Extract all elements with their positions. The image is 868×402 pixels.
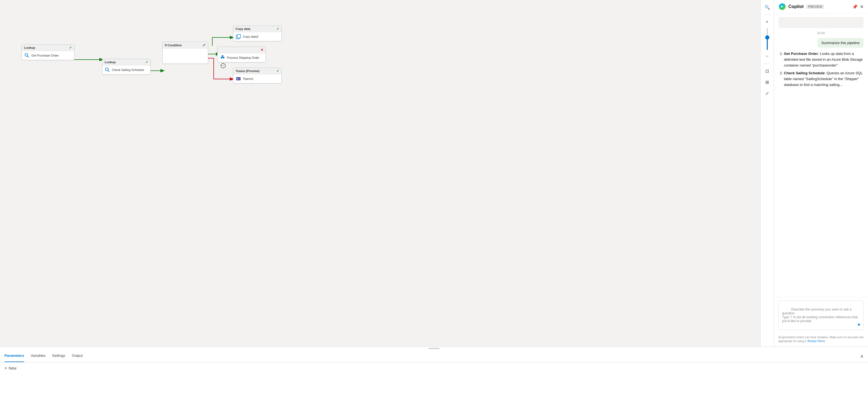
zoom-in-icon: + — [766, 20, 768, 24]
check-icon-copy: ✓ — [276, 27, 279, 31]
plus-icon: + — [4, 366, 7, 371]
copilot-header: ✦ Copilot PREVIEW 📌 ✕ — [774, 0, 868, 13]
check-icon-1: ✓ — [69, 46, 72, 49]
process-icon — [220, 55, 225, 61]
node-header-teams: Teams (Preview) ✓ — [234, 68, 281, 74]
zoom-in-button[interactable]: + — [762, 17, 772, 27]
copilot-input-box[interactable]: Describe the summary you want or ask a q… — [778, 301, 864, 330]
node-header-if: If Condition ⤢ — [163, 42, 208, 48]
previous-message-placeholder — [778, 17, 864, 28]
assistant-list-item-2: Check Sailing Schedule: Queries an Azure… — [784, 70, 864, 88]
add-branch-button[interactable]: + — [221, 63, 226, 68]
zoom-out-icon: − — [766, 54, 768, 59]
message-timestamp: 22:50 — [778, 31, 864, 35]
zoom-slider[interactable] — [767, 28, 768, 50]
copilot-input-wrapper: Describe the summary you want or ask a q… — [778, 301, 864, 330]
copilot-title: Copilot — [788, 4, 804, 9]
assistant-message: Get Purchase Order: Looks up data from a… — [778, 51, 864, 90]
bottom-panel-content: + New — [0, 362, 868, 402]
review-terms-link[interactable]: Review Terms — [807, 340, 825, 343]
pin-button[interactable]: 📌 — [852, 4, 858, 9]
node-header-copy: Copy data ✓ — [234, 26, 281, 32]
collapse-panel-button[interactable]: ∧ — [860, 354, 864, 359]
expand-icon[interactable]: ⤢ — [203, 43, 206, 47]
fit-icon: ⊡ — [765, 68, 769, 74]
copilot-logo: ✦ — [778, 3, 786, 10]
fit-button[interactable]: ⊡ — [762, 66, 772, 76]
tab-variables[interactable]: Variables — [31, 350, 45, 362]
teams-icon: T — [236, 76, 241, 81]
svg-rect-11 — [237, 34, 241, 38]
canvas-toolbar: 🔍 + − ⊡ ⊞ ⤢ — [760, 0, 774, 346]
svg-text:T: T — [237, 78, 238, 80]
node-teams[interactable]: Teams (Preview) ✓ T Teams1 — [233, 68, 282, 83]
connections-svg — [0, 0, 774, 346]
node-header-process: ✕ — [218, 47, 266, 53]
node-body-lookup1: Get Purchase Order — [22, 51, 74, 60]
x-icon: ✕ — [260, 48, 264, 52]
node-body-process: Process Shipping Order — [218, 53, 266, 62]
svg-point-0 — [25, 54, 28, 56]
node-body-lookup2: Check Sailing Schedule — [102, 65, 150, 74]
copilot-panel: ✦ Copilot PREVIEW 📌 ✕ 22:50 Summarize th… — [774, 0, 868, 346]
grid-icon: ⊞ — [765, 79, 769, 85]
copilot-preview-badge: PREVIEW — [806, 4, 824, 9]
expand-canvas-button[interactable]: ⤢ — [762, 88, 772, 98]
copy-icon — [236, 34, 241, 39]
node-copy-data[interactable]: Copy data ✓ Copy data2 — [233, 26, 282, 41]
close-icon: ✕ — [860, 4, 864, 9]
bottom-panel-tabs: Parameters Variables Settings Output ∧ — [0, 350, 868, 362]
node-check-sailing-schedule[interactable]: Lookup ✓ Check Sailing Schedule — [102, 59, 151, 75]
copilot-header-actions: 📌 ✕ — [852, 4, 864, 9]
node-body-if — [163, 48, 208, 62]
zoom-out-button[interactable]: − — [762, 51, 772, 61]
copilot-input-area: Describe the summary you want or ask a q… — [774, 297, 868, 333]
item2-title: Check Sailing Schedule — [784, 71, 825, 75]
node-body-teams: T Teams1 — [234, 74, 281, 83]
node-body-copy: Copy data2 — [234, 32, 281, 41]
toolbar-divider-1 — [764, 14, 771, 15]
expand-icon: ⤢ — [765, 91, 769, 96]
send-button[interactable]: ➤ — [857, 322, 861, 327]
node-header-lookup2: Lookup ✓ — [102, 59, 150, 65]
copilot-messages: 22:50 Summarize this pipeline Get Purcha… — [774, 13, 868, 297]
drag-handle[interactable] — [0, 347, 868, 350]
copilot-footer: AI-generated content can have mistakes. … — [774, 333, 868, 346]
svg-text:✦: ✦ — [780, 5, 783, 9]
check-icon-teams: ✓ — [276, 69, 279, 73]
lookup-icon-2 — [104, 67, 110, 73]
send-icon: ➤ — [857, 322, 861, 327]
node-if-condition[interactable]: If Condition ⤢ — [162, 42, 208, 64]
pipeline-canvas[interactable]: Lookup ✓ Get Purchase Order Lookup ✓ — [0, 0, 774, 346]
pin-icon: 📌 — [852, 4, 858, 9]
new-parameter-button[interactable]: + New — [4, 366, 17, 371]
node-get-purchase-order[interactable]: Lookup ✓ Get Purchase Order — [22, 44, 74, 60]
zoom-slider-container — [767, 28, 768, 50]
drag-handle-bar — [429, 348, 439, 349]
tab-parameters[interactable]: Parameters — [4, 350, 24, 362]
user-message: Summarize this pipeline — [817, 38, 864, 48]
lookup-icon-1 — [24, 53, 30, 58]
tab-output[interactable]: Output — [72, 350, 83, 362]
node-header-lookup1: Lookup ✓ — [22, 45, 74, 51]
grid-button[interactable]: ⊞ — [762, 77, 772, 87]
search-icon: 🔍 — [765, 5, 770, 10]
svg-line-1 — [28, 56, 29, 57]
check-icon-2: ✓ — [146, 60, 148, 64]
search-button[interactable]: 🔍 — [762, 2, 772, 12]
tab-settings[interactable]: Settings — [52, 350, 65, 362]
input-placeholder-text: Describe the summary you want or ask a q… — [782, 307, 859, 323]
close-copilot-button[interactable]: ✕ — [860, 4, 864, 9]
svg-point-2 — [105, 68, 108, 71]
svg-line-3 — [108, 70, 109, 72]
bottom-panel: Parameters Variables Settings Output ∧ +… — [0, 346, 868, 402]
node-process-shipping-order[interactable]: ✕ Process Shipping Order — [217, 46, 266, 62]
assistant-list-item-1: Get Purchase Order: Looks up data from a… — [784, 51, 864, 68]
item1-title: Get Purchase Order — [784, 52, 818, 56]
